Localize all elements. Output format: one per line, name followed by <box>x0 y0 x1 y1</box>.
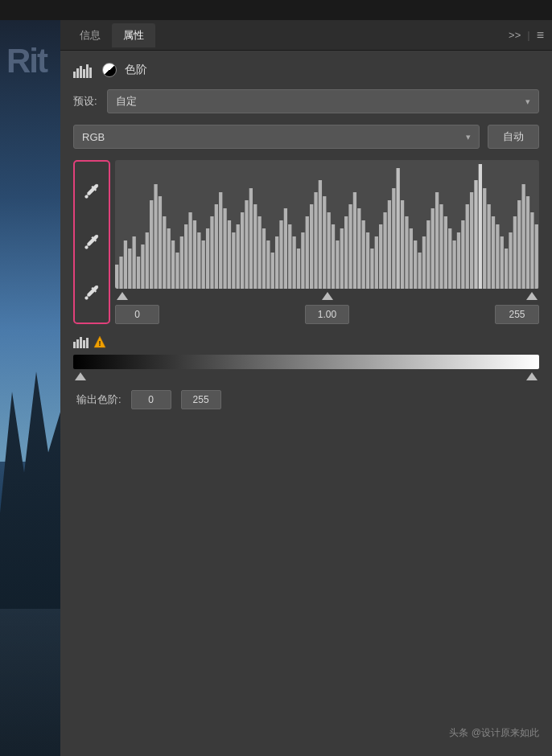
water <box>0 609 60 756</box>
svg-rect-30 <box>206 228 209 289</box>
svg-rect-103 <box>521 184 525 289</box>
svg-rect-47 <box>279 220 282 289</box>
output-bar-section <box>73 355 539 384</box>
tab-info[interactable]: 信息 <box>68 23 112 47</box>
svg-rect-66 <box>362 220 365 289</box>
svg-rect-70 <box>379 224 382 289</box>
spacer <box>73 421 539 715</box>
input-midtone-value[interactable]: 1.00 <box>305 305 349 324</box>
panel-header-row: 色阶 <box>73 62 539 78</box>
svg-rect-80 <box>422 236 426 289</box>
input-shadow-value[interactable]: 0 <box>115 305 159 324</box>
output-shadow-value[interactable]: 0 <box>131 390 171 409</box>
histogram-canvas <box>115 160 539 289</box>
svg-rect-75 <box>401 200 404 289</box>
svg-rect-56 <box>319 180 322 289</box>
svg-rect-57 <box>323 196 326 289</box>
input-shadow-slider[interactable] <box>117 292 128 300</box>
histogram-wrapper: 0 1.00 255 <box>115 160 539 324</box>
svg-rect-76 <box>405 216 408 289</box>
svg-rect-63 <box>348 204 352 289</box>
histogram-bars <box>115 160 539 289</box>
input-highlight-value[interactable]: 255 <box>495 305 539 324</box>
svg-rect-54 <box>310 204 313 289</box>
svg-rect-67 <box>366 232 369 289</box>
svg-rect-105 <box>530 212 533 289</box>
tab-actions: >> | ≡ <box>509 28 544 43</box>
tab-properties[interactable]: 属性 <box>112 23 155 47</box>
warning-icons: ! <box>73 335 106 348</box>
svg-rect-68 <box>370 249 373 289</box>
svg-rect-109 <box>80 337 82 348</box>
channel-dropdown[interactable]: RGB ▾ <box>73 125 480 149</box>
svg-rect-99 <box>505 249 508 289</box>
svg-rect-87 <box>452 240 455 289</box>
tab-bar: 信息 属性 >> | ≡ <box>60 20 552 51</box>
svg-rect-38 <box>241 212 244 289</box>
svg-rect-95 <box>487 204 490 289</box>
histogram-section: 0 1.00 255 <box>73 160 539 324</box>
svg-rect-5 <box>89 68 92 78</box>
svg-rect-74 <box>397 168 400 289</box>
svg-rect-110 <box>83 340 85 348</box>
svg-rect-88 <box>457 232 460 289</box>
svg-rect-91 <box>470 192 473 289</box>
output-shadow-slider[interactable] <box>75 372 86 380</box>
black-eyedropper-button[interactable] <box>79 179 105 204</box>
svg-rect-22 <box>171 240 175 289</box>
input-highlight-slider[interactable] <box>526 292 538 300</box>
output-label: 输出色阶: <box>76 392 122 407</box>
input-midtone-slider[interactable] <box>322 292 333 300</box>
svg-rect-52 <box>301 232 304 289</box>
white-eyedropper-button[interactable] <box>79 280 105 306</box>
svg-rect-86 <box>448 228 451 289</box>
svg-rect-94 <box>483 188 486 289</box>
svg-rect-26 <box>188 212 192 289</box>
svg-rect-107 <box>73 342 76 348</box>
svg-rect-13 <box>133 236 136 289</box>
gray-eyedropper-button[interactable] <box>79 229 105 255</box>
output-highlight-slider[interactable] <box>526 372 538 380</box>
svg-rect-53 <box>306 216 309 289</box>
preset-label: 预设: <box>73 94 97 109</box>
svg-rect-34 <box>223 208 226 289</box>
svg-rect-20 <box>163 216 166 289</box>
svg-rect-77 <box>410 228 413 289</box>
svg-rect-23 <box>175 253 179 289</box>
sky <box>0 20 60 462</box>
svg-rect-21 <box>167 228 171 289</box>
preset-row: 预设: 自定 ▾ <box>73 89 539 113</box>
svg-rect-71 <box>383 212 386 289</box>
preset-dropdown[interactable]: 自定 ▾ <box>107 89 539 113</box>
svg-rect-98 <box>501 236 504 289</box>
svg-rect-58 <box>327 212 331 289</box>
svg-rect-97 <box>496 224 499 289</box>
svg-rect-42 <box>257 216 261 289</box>
expand-icon[interactable]: >> <box>509 29 521 41</box>
svg-rect-72 <box>388 200 391 289</box>
output-highlight-value[interactable]: 255 <box>181 390 221 409</box>
auto-button[interactable]: 自动 <box>488 125 539 149</box>
preset-chevron-icon: ▾ <box>525 97 530 107</box>
svg-rect-15 <box>141 244 144 289</box>
svg-rect-55 <box>314 192 317 289</box>
histogram-icon <box>73 62 94 78</box>
svg-rect-24 <box>180 236 183 289</box>
svg-rect-65 <box>357 208 360 289</box>
svg-rect-19 <box>159 196 162 289</box>
white-eyedropper-icon <box>82 283 101 302</box>
channel-value: RGB <box>82 131 105 143</box>
preset-value: 自定 <box>116 94 137 109</box>
svg-point-7 <box>85 245 89 249</box>
properties-panel: 信息 属性 >> | ≡ <box>60 20 552 756</box>
svg-rect-1 <box>76 68 79 78</box>
svg-rect-108 <box>76 339 79 348</box>
svg-rect-40 <box>249 188 253 289</box>
svg-rect-79 <box>418 253 421 289</box>
menu-icon[interactable]: ≡ <box>537 28 544 43</box>
output-section: ! 输出色阶: 0 255 <box>73 335 539 409</box>
svg-rect-46 <box>275 236 278 289</box>
svg-rect-44 <box>266 240 270 289</box>
svg-rect-25 <box>184 224 187 289</box>
output-gradient-bar <box>73 355 539 369</box>
